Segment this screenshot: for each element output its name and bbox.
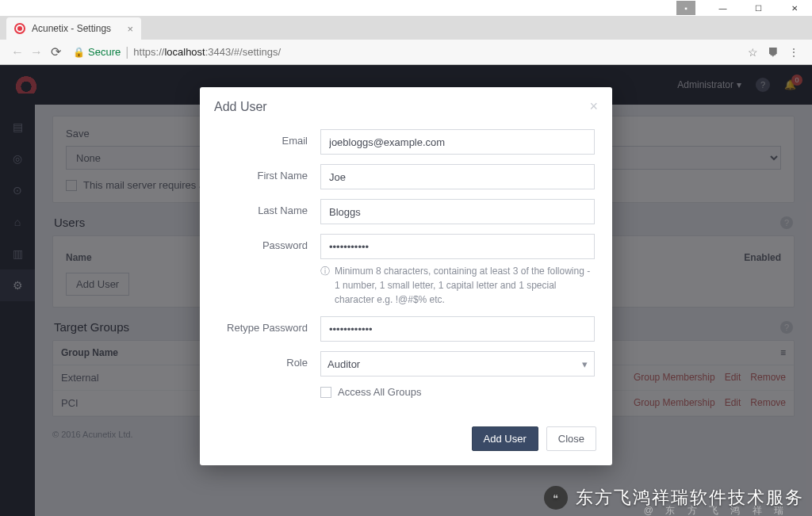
lock-icon: 🔒 bbox=[73, 47, 85, 58]
window-maximize[interactable]: ☐ bbox=[741, 0, 776, 16]
password-field[interactable] bbox=[320, 234, 595, 259]
window-minimize[interactable]: — bbox=[705, 0, 741, 16]
wechat-icon: ❝ bbox=[544, 486, 568, 510]
os-user-icon[interactable]: ▪ bbox=[676, 1, 695, 15]
browser-tabstrip: Acunetix - Settings × bbox=[0, 16, 812, 40]
app-viewport: Administrator ▾ ? 🔔0 ▤ ◎ ⊙ ⌂ ▥ ⚙ Save No… bbox=[0, 65, 812, 516]
retype-label: Retype Password bbox=[217, 316, 320, 334]
modal-title: Add User bbox=[214, 100, 267, 114]
lastname-label: Last Name bbox=[217, 199, 320, 216]
secure-label: Secure bbox=[88, 46, 121, 58]
modal-overlay: Add User × Email First Name Last Name Pa… bbox=[0, 65, 812, 516]
password-label: Password bbox=[217, 234, 320, 251]
add-user-button[interactable]: Add User bbox=[472, 426, 538, 451]
retype-password-field[interactable] bbox=[320, 316, 595, 342]
close-button[interactable]: Close bbox=[546, 426, 596, 451]
password-hint: ⓘ Minimum 8 characters, containing at le… bbox=[320, 264, 595, 307]
browser-tab[interactable]: Acunetix - Settings × bbox=[6, 17, 141, 40]
access-all-checkbox[interactable] bbox=[320, 387, 331, 398]
nav-forward-icon[interactable]: → bbox=[27, 45, 46, 59]
os-titlebar: ▪ — ☐ ✕ bbox=[0, 0, 812, 16]
access-all-label: Access All Groups bbox=[338, 386, 422, 398]
email-label: Email bbox=[217, 129, 320, 147]
role-select[interactable]: Auditor ▾ bbox=[320, 351, 595, 376]
extension-icon[interactable]: ⛊ bbox=[763, 46, 783, 59]
firstname-label: First Name bbox=[217, 164, 320, 182]
close-icon[interactable]: × bbox=[589, 98, 598, 115]
tab-favicon-icon bbox=[14, 23, 25, 34]
watermark-sub: @ 东 方 飞 鸿 祥 瑞 bbox=[644, 504, 788, 516]
chevron-down-icon: ▾ bbox=[582, 358, 588, 370]
window-close[interactable]: ✕ bbox=[776, 0, 812, 16]
nav-back-icon[interactable]: ← bbox=[8, 45, 27, 59]
lastname-field[interactable] bbox=[320, 199, 595, 224]
firstname-field[interactable] bbox=[320, 164, 595, 189]
email-field[interactable] bbox=[320, 129, 595, 155]
add-user-modal: Add User × Email First Name Last Name Pa… bbox=[200, 87, 612, 465]
tab-title: Acunetix - Settings bbox=[32, 23, 111, 34]
menu-icon[interactable]: ⋮ bbox=[783, 46, 804, 59]
browser-toolbar: ← → ⟳ 🔒 Secure | https://localhost:3443/… bbox=[0, 40, 812, 65]
info-icon: ⓘ bbox=[320, 264, 330, 307]
role-label: Role bbox=[217, 351, 320, 369]
address-bar[interactable]: https://localhost:3443/#/settings/ bbox=[133, 46, 742, 58]
star-icon[interactable]: ☆ bbox=[742, 46, 763, 59]
tab-close-icon[interactable]: × bbox=[127, 23, 133, 35]
nav-reload-icon[interactable]: ⟳ bbox=[46, 44, 65, 59]
